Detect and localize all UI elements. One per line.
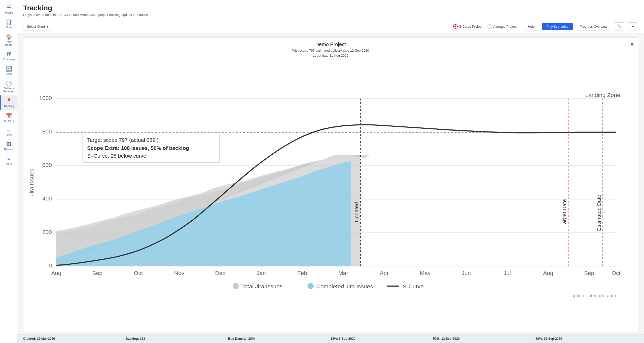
sidebar: ☰ Toogle 📊 Data 🏠 Dash Board 🗺 Roadmap 🔄…: [0, 0, 17, 343]
legend-completed-label: Completed Jira Issues: [316, 283, 373, 290]
annotation-line3: S–Curve: 25 below curve: [87, 153, 146, 159]
svg-text:Apr: Apr: [380, 270, 389, 276]
svg-text:Sep: Sep: [584, 270, 594, 276]
toggle-icon: ☰: [7, 5, 11, 11]
svg-text:Sep: Sep: [92, 270, 102, 276]
sidebar-item-roadmap[interactable]: 🗺 Roadmap: [0, 49, 17, 63]
estimated-date-label: Estimated Date: [596, 195, 602, 231]
filter-icon: ▼: [631, 24, 635, 28]
footer-bug-density: Bug Density: 28%: [228, 337, 331, 340]
progress-overview-button[interactable]: Progress Overview: [576, 23, 611, 30]
footer-bar: Created: 22-Mar-2020 Backlog: 183 Bug De…: [17, 334, 644, 343]
sidebar-item-links[interactable]: ↔ Links: [0, 125, 17, 139]
chart-box: Demo Project With scope 797 estimated de…: [23, 37, 638, 332]
svg-text:Dec: Dec: [215, 270, 225, 276]
completed-issues-area: [56, 161, 351, 266]
page-header: Tracking Do you have a deadline? S-Curve…: [17, 0, 644, 20]
svg-text:Aug: Aug: [51, 270, 61, 276]
sidebar-item-dashboard[interactable]: 🏠 Dash Board: [0, 31, 17, 49]
sidebar-item-more[interactable]: ≡ More: [0, 153, 17, 168]
svg-text:Jun: Jun: [461, 270, 471, 276]
chart-subtitle: With scope 797 estimated delivery date 1…: [28, 48, 633, 58]
scurve-radio-dot: [453, 24, 458, 29]
svg-text:Feb: Feb: [297, 270, 307, 276]
footer-pct-50: 50%: 12-Sep-2020: [433, 337, 535, 340]
timeline-icon: 📅: [6, 113, 12, 119]
sidebar-item-toggle[interactable]: ☰ Toogle: [0, 2, 17, 17]
chart-svg-area: 0 200 400 600 800 1000 Jira Issues Aug S…: [23, 59, 638, 332]
target-date-label: Target Date: [561, 199, 567, 227]
svg-text:200: 200: [42, 229, 52, 235]
legend-completed-icon: [307, 283, 314, 289]
toolbar: Select Chart ▾ S-Curve Project Average P…: [17, 20, 644, 33]
svg-text:600: 600: [42, 162, 52, 168]
reports-icon: 🖼: [6, 142, 11, 147]
legend-total-label: Total Jira Issues: [241, 283, 282, 290]
svg-text:Nov: Nov: [174, 270, 185, 276]
data-icon: 📊: [6, 19, 12, 25]
help-button[interactable]: Help: [524, 23, 539, 30]
delivery-icon: 🕐: [6, 80, 12, 86]
legend-scurve-label: S-Curve: [403, 283, 424, 290]
more-icon: ≡: [7, 156, 10, 162]
footer-pct-18: 18%: 8-Sep-2020: [331, 337, 433, 340]
dashboard-icon: 🏠: [6, 34, 12, 40]
average-radio-label[interactable]: Average Project: [487, 24, 517, 29]
chart-title: Demo Project: [28, 42, 633, 47]
svg-text:Jira Issues: Jira Issues: [28, 169, 35, 196]
svg-text:Aug: Aug: [543, 270, 553, 276]
chart-svg: 0 200 400 600 800 1000 Jira Issues Aug S…: [25, 59, 634, 332]
svg-text:800: 800: [42, 128, 52, 135]
page-subtitle: Do you have a deadline? S-Curve and Mont…: [23, 13, 638, 17]
footer-pct-88: 88%: 19-Sep-2020: [535, 337, 638, 340]
lean-icon: 🔄: [6, 66, 12, 72]
svg-text:Mar: Mar: [338, 270, 348, 276]
svg-text:Oct: Oct: [612, 270, 621, 276]
footer-created: Created: 22-Mar-2020: [23, 337, 126, 340]
links-icon: ↔: [6, 127, 11, 133]
annotation-line2: Scope Extra: 108 issues, 59% of backlog: [87, 145, 189, 151]
play-scenarios-button[interactable]: Play Scenarios: [542, 23, 573, 30]
legend-total-icon: [233, 283, 239, 289]
filter-button[interactable]: ▼: [628, 22, 638, 30]
svg-text:Oct: Oct: [134, 270, 143, 276]
landing-zone-label: Landing Zone: [585, 92, 620, 98]
svg-text:Jul: Jul: [504, 270, 511, 276]
sidebar-item-timeline[interactable]: 📅 Timeline: [0, 110, 17, 125]
chart-menu-button[interactable]: ≡: [631, 42, 634, 47]
chart-header: Demo Project With scope 797 estimated de…: [23, 38, 638, 59]
svg-text:400: 400: [42, 195, 52, 202]
main-content: Tracking Do you have a deadline? S-Curve…: [17, 0, 644, 343]
sidebar-item-tracking[interactable]: 📍 Tracking: [0, 95, 17, 110]
chevron-down-icon: ▾: [47, 25, 48, 28]
roadmap-icon: 🗺: [6, 51, 11, 57]
select-chart-button[interactable]: Select Chart ▾: [23, 23, 52, 30]
sidebar-item-delivery-forecast[interactable]: 🕐 Delivery Forecast: [0, 78, 17, 95]
svg-text:0: 0: [49, 262, 52, 269]
wrench-icon: 🔧: [617, 24, 622, 28]
svg-text:1000: 1000: [39, 95, 52, 101]
sidebar-item-lean[interactable]: 🔄 Lean: [0, 63, 17, 78]
updated-label: Updated: [353, 202, 359, 222]
svg-text:May: May: [420, 270, 431, 276]
footer-backlog: Backlog: 183: [126, 337, 228, 340]
sidebar-item-data[interactable]: 📊 Data: [0, 17, 17, 31]
scurve-radio-label[interactable]: S-Curve Project: [453, 24, 482, 29]
average-radio-dot: [487, 24, 492, 29]
tracking-icon: 📍: [6, 98, 12, 104]
project-radio-group: S-Curve Project Average Project: [453, 24, 517, 29]
svg-text:Jan: Jan: [257, 270, 266, 276]
page-title: Tracking: [23, 4, 638, 12]
wrench-button[interactable]: 🔧: [614, 22, 625, 30]
annotation-line1: Target scope 797 (actual 689 ): [87, 137, 159, 143]
watermark: agilemontecarlo.com: [571, 293, 616, 298]
sidebar-item-reports[interactable]: 🖼 Reports: [0, 139, 17, 153]
chart-container: Demo Project With scope 797 estimated de…: [17, 33, 644, 334]
